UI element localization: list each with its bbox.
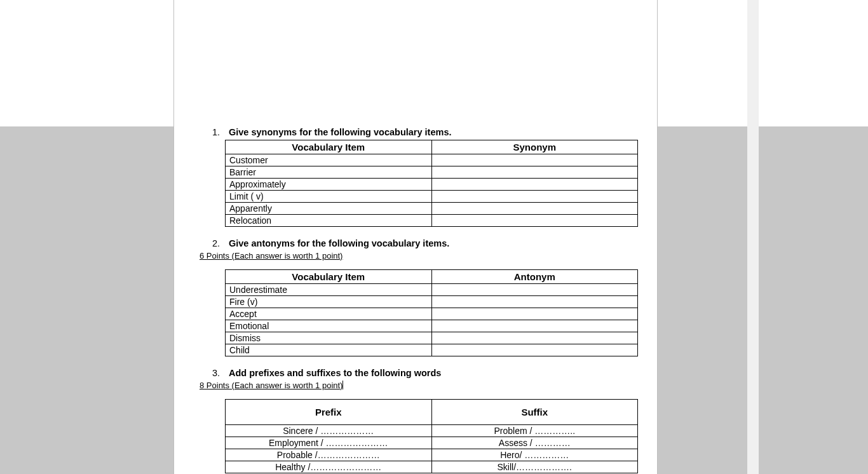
cell[interactable] xyxy=(431,203,638,215)
table-header-row: Vocabulary Item Synonym xyxy=(226,140,638,154)
q2-points: 6 Points (Each answer is worth 1 point) xyxy=(200,251,632,261)
cell[interactable] xyxy=(431,332,638,344)
text-cursor xyxy=(342,381,343,389)
table-row: Emotional xyxy=(226,320,638,332)
th-vocab-item: Vocabulary Item xyxy=(226,140,432,154)
cell[interactable]: Underestimate xyxy=(226,284,432,296)
table-row: Approximately xyxy=(226,179,638,191)
cell[interactable]: Sincere / ……………… xyxy=(226,425,432,437)
table-prefixes-suffixes: Prefix Suffix Sincere / ………………Problem / … xyxy=(225,399,638,473)
cell[interactable]: Fire (v) xyxy=(226,296,432,308)
q1-text: Give synonyms for the following vocabula… xyxy=(229,127,452,137)
cell[interactable]: Healthy /…………………… xyxy=(226,461,432,473)
page-border-right xyxy=(657,0,658,474)
table-row: Employment / …………………Assess / ………… xyxy=(226,437,638,449)
th-synonym: Synonym xyxy=(431,140,638,154)
table-row: Healthy /……………………Skill/………………. xyxy=(226,461,638,473)
cell[interactable] xyxy=(431,284,638,296)
q3-text: Add prefixes and suffixes to the followi… xyxy=(229,368,441,378)
question-3: 3. Add prefixes and suffixes to the foll… xyxy=(200,368,632,473)
cell[interactable]: Approximately xyxy=(226,179,432,191)
question-1: 1. Give synonyms for the following vocab… xyxy=(200,127,632,227)
cell[interactable]: Probable /………………… xyxy=(226,449,432,461)
table-synonyms: Vocabulary Item Synonym Customer Barrier… xyxy=(225,140,638,227)
page-content: 1. Give synonyms for the following vocab… xyxy=(200,0,632,473)
cell[interactable] xyxy=(431,166,638,179)
cell[interactable]: Dismiss xyxy=(226,332,432,344)
q2-number: 2. xyxy=(212,238,225,248)
cell[interactable] xyxy=(431,154,638,166)
table-row: Underestimate xyxy=(226,284,638,296)
cell[interactable] xyxy=(431,320,638,332)
cell[interactable]: Limit ( v) xyxy=(226,191,432,203)
table-row: Limit ( v) xyxy=(226,191,638,203)
table-row: Apparently xyxy=(226,203,638,215)
table-row: Dismiss xyxy=(226,332,638,344)
cell[interactable]: Accept xyxy=(226,308,432,320)
q1-number: 1. xyxy=(212,127,225,137)
cell[interactable]: Customer xyxy=(226,154,432,166)
q3-points: 8 Points (Each answer is worth 1 point) xyxy=(200,381,632,390)
th-prefix: Prefix xyxy=(226,400,432,425)
cell[interactable]: Hero/ …………… xyxy=(431,449,638,461)
vertical-scrollbar[interactable] xyxy=(747,0,759,474)
table-row: Child xyxy=(226,344,638,356)
th-antonym: Antonym xyxy=(431,270,638,284)
cell[interactable]: Child xyxy=(226,344,432,356)
cell[interactable]: Barrier xyxy=(226,166,432,179)
cell[interactable]: Skill/………………. xyxy=(431,461,638,473)
background-left xyxy=(0,126,122,474)
cell[interactable] xyxy=(431,191,638,203)
cell[interactable]: Apparently xyxy=(226,203,432,215)
table-row: Probable /…………………Hero/ …………… xyxy=(226,449,638,461)
cell[interactable]: Problem / ………….. xyxy=(431,425,638,437)
cell[interactable]: Emotional xyxy=(226,320,432,332)
cell[interactable]: Relocation xyxy=(226,215,432,227)
cell[interactable] xyxy=(431,179,638,191)
table-header-row: Vocabulary Item Antonym xyxy=(226,270,638,284)
table-antonyms: Vocabulary Item Antonym Underestimate Fi… xyxy=(225,269,638,356)
table-row: Barrier xyxy=(226,166,638,179)
th-vocab-item: Vocabulary Item xyxy=(226,270,432,284)
table-header-row: Prefix Suffix xyxy=(226,400,638,425)
q3-number: 3. xyxy=(212,368,225,378)
question-2: 2. Give antonyms for the following vocab… xyxy=(200,238,632,356)
cell[interactable] xyxy=(431,344,638,356)
cell[interactable]: Employment / ………………… xyxy=(226,437,432,449)
cell[interactable] xyxy=(431,308,638,320)
table-row: Accept xyxy=(226,308,638,320)
th-suffix: Suffix xyxy=(431,400,638,425)
table-row: Fire (v) xyxy=(226,296,638,308)
table-row: Customer xyxy=(226,154,638,166)
cell[interactable] xyxy=(431,296,638,308)
cell[interactable]: Assess / ………… xyxy=(431,437,638,449)
table-row: Sincere / ………………Problem / ………….. xyxy=(226,425,638,437)
cell[interactable] xyxy=(431,215,638,227)
q2-text: Give antonyms for the following vocabula… xyxy=(229,238,449,248)
document-page: 1. Give synonyms for the following vocab… xyxy=(174,0,657,474)
table-row: Relocation xyxy=(226,215,638,227)
